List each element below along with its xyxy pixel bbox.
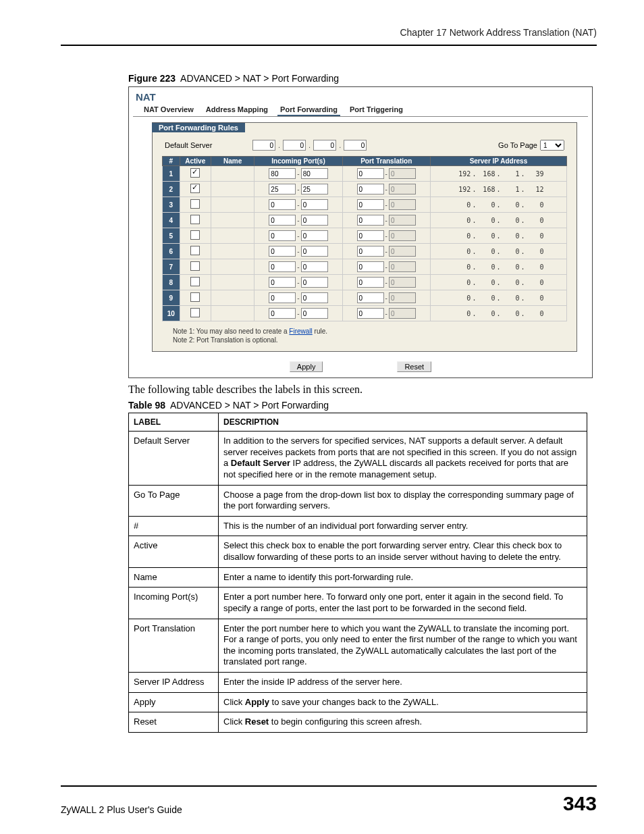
incoming-port-end[interactable] bbox=[301, 230, 328, 241]
figure-title: ADVANCED > NAT > Port Forwarding bbox=[180, 73, 339, 84]
incoming-port-start[interactable] bbox=[269, 246, 296, 257]
desc-row: Port TranslationEnter the port number he… bbox=[129, 619, 587, 673]
desc-text: Click Apply to save your changes back to… bbox=[219, 692, 587, 712]
translation-port-start[interactable] bbox=[357, 230, 384, 241]
desc-label: Default Server bbox=[129, 432, 219, 486]
reset-button[interactable]: Reset bbox=[397, 361, 431, 372]
row-number: 1 bbox=[163, 166, 180, 182]
incoming-port-start[interactable] bbox=[269, 215, 296, 226]
incoming-port-end[interactable] bbox=[301, 292, 328, 303]
desc-row: Incoming Port(s)Enter a port number here… bbox=[129, 588, 587, 619]
translation-port-start[interactable] bbox=[357, 215, 384, 226]
default-server-ip-4[interactable] bbox=[344, 140, 367, 151]
incoming-port-end[interactable] bbox=[301, 261, 328, 272]
name-cell[interactable] bbox=[211, 244, 254, 259]
default-server-ip-3[interactable] bbox=[313, 140, 336, 151]
name-cell[interactable] bbox=[211, 213, 254, 228]
translation-port-start[interactable] bbox=[357, 261, 384, 272]
active-checkbox[interactable] bbox=[190, 215, 200, 224]
name-cell[interactable] bbox=[211, 166, 254, 182]
incoming-port-end[interactable] bbox=[301, 215, 328, 226]
server-ip: 0 . 0 . 0 . 0 bbox=[453, 232, 543, 240]
active-checkbox[interactable] bbox=[190, 230, 200, 240]
active-checkbox[interactable] bbox=[190, 277, 200, 286]
incoming-port-end[interactable] bbox=[301, 199, 328, 210]
default-server-ip[interactable]: . . . bbox=[252, 140, 367, 151]
intro-text: The following table describes the labels… bbox=[128, 384, 597, 396]
incoming-port-end[interactable] bbox=[301, 184, 328, 194]
incoming-port-end[interactable] bbox=[301, 168, 328, 179]
table98-title: ADVANCED > NAT > Port Forwarding bbox=[170, 400, 329, 411]
active-checkbox[interactable] bbox=[190, 199, 200, 209]
incoming-port-start[interactable] bbox=[269, 184, 296, 194]
firewall-link[interactable]: Firewall bbox=[289, 328, 312, 335]
port-forwarding-table: # Active Name Incoming Port(s) Port Tran… bbox=[162, 156, 567, 321]
col-incoming: Incoming Port(s) bbox=[254, 157, 342, 166]
note-2: Note 2: Port Translation is optional. bbox=[173, 336, 278, 344]
translation-port-start[interactable] bbox=[357, 277, 384, 288]
incoming-port-end[interactable] bbox=[301, 277, 328, 288]
incoming-port-start[interactable] bbox=[269, 199, 296, 210]
name-cell[interactable] bbox=[211, 290, 254, 306]
incoming-port-start[interactable] bbox=[269, 168, 296, 179]
default-server-ip-1[interactable] bbox=[252, 140, 275, 151]
rules-notes: Note 1: You may also need to create a Fi… bbox=[173, 327, 567, 344]
incoming-port-end[interactable] bbox=[301, 246, 328, 257]
active-checkbox[interactable] bbox=[190, 168, 200, 178]
translation-port-start[interactable] bbox=[357, 246, 384, 257]
page-footer: ZyWALL 2 Plus User's Guide 343 bbox=[61, 785, 597, 815]
name-cell[interactable] bbox=[211, 259, 254, 275]
name-cell[interactable] bbox=[211, 306, 254, 321]
apply-button[interactable]: Apply bbox=[290, 361, 323, 372]
desc-label: Incoming Port(s) bbox=[129, 588, 219, 619]
default-server-ip-2[interactable] bbox=[283, 140, 306, 151]
name-cell[interactable] bbox=[211, 228, 254, 244]
active-checkbox[interactable] bbox=[190, 184, 200, 193]
translation-port-start[interactable] bbox=[357, 184, 384, 194]
dash: - bbox=[297, 232, 299, 240]
figure-frame: NAT NAT Overview Address Mapping Port Fo… bbox=[128, 86, 593, 378]
translation-port-start[interactable] bbox=[357, 199, 384, 210]
translation-port-start[interactable] bbox=[357, 292, 384, 303]
incoming-port-start[interactable] bbox=[269, 261, 296, 272]
tab-nat-overview[interactable]: NAT Overview bbox=[141, 104, 196, 116]
incoming-port-start[interactable] bbox=[269, 277, 296, 288]
rules-panel-header: Port Forwarding Rules bbox=[152, 123, 245, 132]
translation-port-end bbox=[389, 277, 416, 288]
active-checkbox[interactable] bbox=[190, 261, 200, 271]
server-ip: 0 . 0 . 0 . 0 bbox=[453, 310, 543, 317]
name-cell[interactable] bbox=[211, 182, 254, 197]
active-checkbox[interactable] bbox=[190, 292, 200, 302]
desc-row: Server IP AddressEnter the inside IP add… bbox=[129, 673, 587, 693]
incoming-port-end[interactable] bbox=[301, 308, 328, 319]
server-ip: 0 . 0 . 0 . 0 bbox=[453, 279, 543, 286]
active-checkbox[interactable] bbox=[190, 246, 200, 255]
rules-panel: Port Forwarding Rules Default Server . .… bbox=[152, 122, 577, 352]
row-number: 3 bbox=[163, 197, 180, 213]
active-checkbox[interactable] bbox=[190, 308, 200, 317]
dash: - bbox=[297, 201, 299, 209]
translation-port-start[interactable] bbox=[357, 308, 384, 319]
footer-page-number: 343 bbox=[563, 792, 597, 815]
row-number: 7 bbox=[163, 259, 180, 275]
dash: - bbox=[385, 170, 387, 178]
incoming-port-start[interactable] bbox=[269, 308, 296, 319]
tab-address-mapping[interactable]: Address Mapping bbox=[203, 104, 271, 116]
tab-port-forwarding[interactable]: Port Forwarding bbox=[277, 104, 340, 116]
figure-caption: Figure 223 ADVANCED > NAT > Port Forward… bbox=[128, 73, 597, 84]
tab-port-triggering[interactable]: Port Triggering bbox=[347, 104, 406, 116]
incoming-port-start[interactable] bbox=[269, 230, 296, 241]
name-cell[interactable] bbox=[211, 197, 254, 213]
desc-row: #This is the number of an individual por… bbox=[129, 516, 587, 536]
desc-label: Apply bbox=[129, 692, 219, 712]
desc-header-row: LABEL DESCRIPTION bbox=[129, 413, 587, 432]
translation-port-end bbox=[389, 261, 416, 272]
go-to-page-select[interactable]: 1 bbox=[540, 140, 564, 151]
incoming-port-start[interactable] bbox=[269, 292, 296, 303]
go-to-page-label: Go To Page bbox=[498, 141, 537, 149]
name-cell[interactable] bbox=[211, 275, 254, 290]
table-row: 6--0 . 0 . 0 . 0 bbox=[163, 244, 567, 259]
nat-panel-title: NAT bbox=[136, 91, 583, 103]
translation-port-start[interactable] bbox=[357, 168, 384, 179]
table-row: 8--0 . 0 . 0 . 0 bbox=[163, 275, 567, 290]
